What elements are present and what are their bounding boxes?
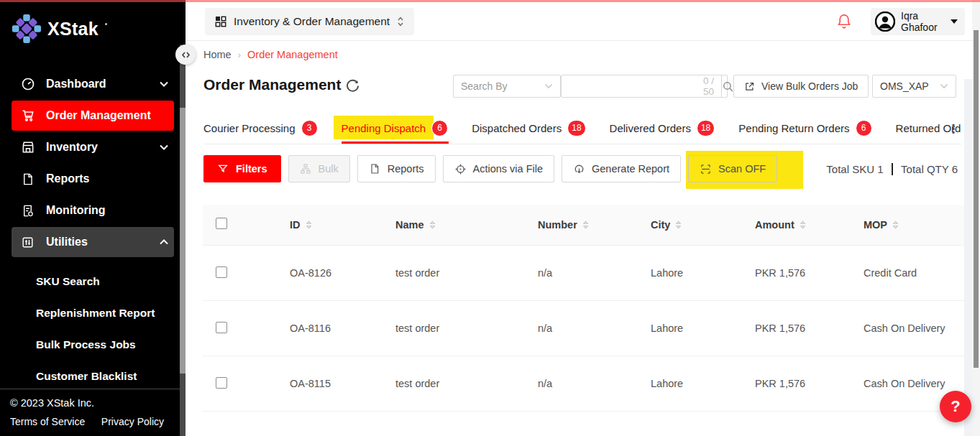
table-row[interactable]: OA-8126 test order n/a Lahore PKR 1,576 …: [203, 246, 964, 301]
tab-label: Returned Orders: [896, 122, 961, 134]
breadcrumb-separator: ›: [238, 50, 241, 60]
cell-name: test order: [395, 267, 538, 279]
breadcrumb: Home › Order Management: [203, 41, 338, 68]
xstak-logo-icon: [12, 14, 42, 44]
sidebar-item-label: Utilities: [46, 236, 149, 249]
subitem-label: Customer Blacklist: [36, 370, 137, 383]
sidebar-item-label: Reports: [46, 172, 168, 185]
updown-arrows-icon: [397, 16, 404, 27]
sidebar-nav: Dashboard Order Management Inventory: [0, 69, 186, 392]
sidebar-collapse-toggle[interactable]: [175, 45, 196, 65]
scan-label: Scan OFF: [718, 163, 766, 175]
tab-label: Pending Return Orders: [738, 122, 849, 134]
search-by-select[interactable]: Search By: [453, 75, 561, 98]
actions-via-file-button[interactable]: Actions via File: [443, 155, 555, 182]
page-scrollbar-thumb[interactable]: [974, 30, 979, 368]
help-button[interactable]: ?: [940, 391, 971, 422]
page-scrollbar-track[interactable]: [972, 0, 980, 436]
chevron-down-icon: [160, 144, 168, 150]
column-label: MOP: [864, 219, 887, 231]
row-checkbox[interactable]: [216, 266, 227, 278]
tab-dispatched-orders[interactable]: Dispatched Orders 18: [472, 112, 585, 144]
tab-count-badge: 6: [432, 121, 447, 136]
tab-delivered-orders[interactable]: Delivered Orders 18: [610, 112, 715, 144]
sidebar-item-monitoring[interactable]: Monitoring: [12, 195, 174, 226]
sidebar-footer: © 2023 XStak Inc. Terms of Service Priva…: [0, 389, 186, 436]
tab-label: Courier Processing: [203, 122, 296, 134]
sort-icon[interactable]: [306, 220, 312, 230]
column-label: Name: [395, 219, 424, 231]
row-checkbox[interactable]: [216, 377, 227, 389]
cart-icon: [20, 108, 35, 124]
refresh-icon[interactable]: [345, 78, 360, 93]
utilities-submenu: SKU Search Replenishment Report Bulk Pro…: [0, 266, 186, 392]
user-name: Iqra Ghafoor: [901, 10, 945, 33]
oms-select[interactable]: OMS_XAP: [872, 75, 956, 98]
topbar: Inventory & Order Management Iqra Ghafoo…: [186, 0, 972, 41]
sort-icon[interactable]: [800, 220, 806, 230]
sidebar-item-order-management[interactable]: Order Management: [12, 101, 174, 131]
sidebar-item-dashboard[interactable]: Dashboard: [12, 69, 174, 99]
crosshair-icon: [454, 163, 467, 175]
notifications-bell-icon[interactable]: [836, 13, 852, 30]
table-row[interactable]: OA-8116 test order n/a Lahore PKR 1,576 …: [203, 301, 964, 356]
reports-button[interactable]: Reports: [357, 155, 436, 182]
sort-icon[interactable]: [429, 220, 436, 230]
tab-count-badge: 18: [568, 121, 585, 136]
column-label: City: [651, 219, 670, 231]
cell-name: test order: [395, 323, 538, 334]
table-row[interactable]: OA-8115 test order n/a Lahore PKR 1,576 …: [203, 356, 964, 412]
sidebar-subitem-sku-search[interactable]: SKU Search: [0, 266, 186, 297]
app-window: XStak Dashboard Order Management: [0, 0, 980, 436]
select-all-checkbox[interactable]: [216, 218, 227, 229]
sidebar-subitem-bulk-process-jobs[interactable]: Bulk Process Jobs: [0, 329, 186, 361]
tab-pending-return-orders[interactable]: Pending Return Orders 6: [738, 112, 871, 144]
breadcrumb-current: Order Management: [247, 49, 338, 60]
title-row: Order Management Search By 0 / 50 View: [186, 70, 961, 103]
external-link-icon: [744, 81, 755, 92]
column-header-name[interactable]: Name: [395, 219, 538, 231]
sidebar-item-reports[interactable]: Reports: [12, 164, 174, 194]
tab-courier-processing[interactable]: Courier Processing 3: [203, 112, 317, 144]
sidebar-item-inventory[interactable]: Inventory: [12, 132, 174, 162]
cell-city: Lahore: [651, 267, 755, 279]
terms-of-service-link[interactable]: Terms of Service: [10, 416, 85, 427]
loading-bar: [0, 0, 980, 2]
sidebar-scrollbar-track[interactable]: [180, 45, 186, 436]
cell-amount: PKR 1,576: [755, 323, 864, 334]
scan-highlight-wrap: Scan OFF: [688, 155, 777, 182]
filters-button[interactable]: Filters: [203, 155, 281, 182]
sidebar-subitem-customer-blacklist[interactable]: Customer Blacklist: [0, 361, 186, 392]
column-header-mop[interactable]: MOP: [864, 219, 964, 231]
tab-count-badge: 18: [697, 121, 714, 136]
sidebar-subitem-replenishment-report[interactable]: Replenishment Report: [0, 297, 186, 329]
column-header-amount[interactable]: Amount: [755, 219, 864, 231]
sort-icon[interactable]: [582, 220, 589, 230]
column-header-city[interactable]: City: [651, 219, 755, 231]
filters-label: Filters: [236, 163, 267, 175]
tab-returned-orders[interactable]: Returned Orders 1: [896, 112, 961, 144]
page-title: Order Management: [203, 76, 341, 93]
sidebar-scrollbar-thumb[interactable]: [180, 108, 186, 374]
breadcrumb-home[interactable]: Home: [203, 49, 232, 60]
column-header-number[interactable]: Number: [538, 219, 651, 231]
workspace-selector[interactable]: Inventory & Order Management: [205, 8, 414, 35]
bulk-button[interactable]: Bulk: [288, 155, 350, 182]
search-icon[interactable]: [721, 75, 734, 97]
sort-icon[interactable]: [675, 220, 682, 230]
cell-amount: PKR 1,576: [755, 378, 864, 389]
column-header-id[interactable]: ID: [290, 219, 395, 231]
view-bulk-orders-job-button[interactable]: View Bulk Orders Job: [733, 75, 869, 98]
main-content: Inventory & Order Management Iqra Ghafoo…: [186, 0, 972, 436]
tab-pending-dispatch[interactable]: Pending Dispatch 6: [342, 112, 448, 144]
scan-toggle-button[interactable]: Scan OFF: [688, 155, 777, 182]
search-input[interactable]: [562, 75, 703, 97]
privacy-policy-link[interactable]: Privacy Policy: [101, 416, 164, 427]
generate-report-button[interactable]: Generate Report: [562, 155, 681, 182]
copyright-text: © 2023 XStak Inc.: [10, 397, 175, 409]
user-menu[interactable]: Iqra Ghafoor: [871, 8, 965, 35]
sidebar-item-label: Order Management: [46, 109, 168, 122]
sidebar-item-utilities[interactable]: Utilities: [12, 227, 174, 257]
sort-icon[interactable]: [892, 220, 899, 230]
row-checkbox[interactable]: [216, 322, 227, 333]
